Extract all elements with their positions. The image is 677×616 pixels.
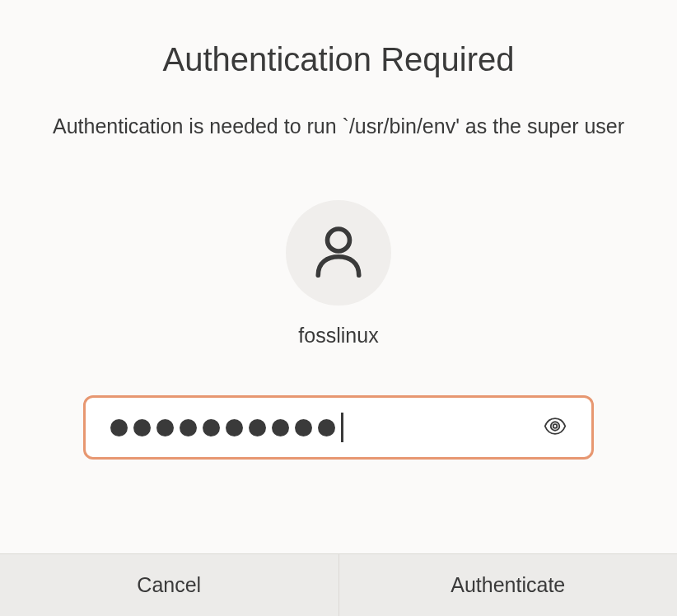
password-input[interactable] — [83, 395, 594, 460]
eye-icon — [544, 415, 567, 441]
svg-point-2 — [553, 424, 558, 428]
svg-point-1 — [551, 422, 560, 432]
username-label: fosslinux — [298, 324, 378, 348]
auth-dialog-content: Authentication Required Authentication i… — [0, 0, 677, 553]
dialog-title: Authentication Required — [163, 41, 515, 78]
user-avatar — [286, 200, 391, 306]
password-masked-value — [110, 413, 343, 442]
dialog-message: Authentication is needed to run `/usr/bi… — [53, 111, 624, 141]
svg-point-0 — [328, 229, 350, 251]
dialog-button-bar: Cancel Authenticate — [0, 553, 677, 616]
person-icon — [309, 222, 368, 284]
cancel-button[interactable]: Cancel — [0, 554, 339, 616]
authenticate-button[interactable]: Authenticate — [339, 554, 678, 616]
toggle-password-visibility-button[interactable] — [544, 415, 567, 441]
